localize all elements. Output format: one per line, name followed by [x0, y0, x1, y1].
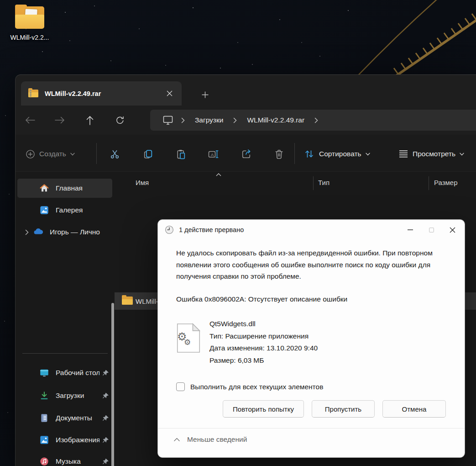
breadcrumb-chevron-icon	[174, 117, 192, 123]
retry-button[interactable]: Повторить попытку	[223, 400, 304, 418]
sidebar-item-onedrive[interactable]: Игорь — Лично	[17, 222, 112, 242]
file-name: Qt5Widgets.dll	[209, 318, 318, 330]
column-divider[interactable]	[313, 176, 314, 190]
dialog-title: 1 действие прервано	[179, 226, 244, 233]
apply-to-all-label: Выполнить для всех текущих элементов	[190, 383, 323, 391]
music-icon	[39, 456, 50, 466]
column-header-type[interactable]: Тип	[318, 179, 330, 186]
sidebar-item-label: Документы	[56, 414, 99, 422]
apply-to-all-row[interactable]: Выполнить для всех текущих элементов	[176, 382, 323, 391]
navigation-bar: Загрузки WLMill-v2.2.49.rar	[16, 106, 476, 135]
dll-file-icon: ⚙ ⚙	[176, 323, 201, 353]
sort-ascending-icon	[216, 173, 221, 176]
dialog-message: Не удалось скопировать файл из-за непред…	[176, 247, 448, 282]
sidebar-item-gallery[interactable]: Галерея	[17, 201, 112, 220]
breadcrumb-archive[interactable]: WLMill-v2.2.49.rar	[244, 116, 307, 124]
gallery-icon	[39, 205, 50, 216]
chevron-up-icon	[174, 438, 180, 441]
clock-icon	[164, 225, 174, 235]
delete-button[interactable]	[270, 145, 288, 163]
command-bar: Создать	[16, 135, 476, 172]
explorer-tab[interactable]: WLMill-v2.2.49.rar	[21, 81, 182, 106]
cancel-button[interactable]: Отмена	[382, 400, 446, 418]
less-details-label: Меньше сведений	[187, 435, 247, 444]
chevron-right-icon[interactable]	[21, 229, 33, 235]
skip-button[interactable]: Пропустить	[312, 400, 375, 418]
file-modified-line: Дата изменения: 13.10.2020 9:40	[209, 342, 318, 355]
rename-button[interactable]: A	[204, 145, 222, 163]
chevron-down-icon	[366, 153, 370, 156]
view-button[interactable]: Просмотреть	[398, 145, 464, 163]
sidebar-divider	[22, 353, 108, 354]
home-icon	[39, 183, 50, 194]
file-size-line: Размер: 6,03 МБ	[209, 355, 318, 367]
sidebar-item-downloads[interactable]: Загрузки	[17, 386, 112, 405]
tab-strip: WLMill-v2.2.49.rar	[16, 75, 476, 106]
apply-to-all-checkbox[interactable]	[176, 382, 185, 391]
address-bar[interactable]: Загрузки WLMill-v2.2.49.rar	[150, 110, 476, 131]
sidebar-item-pictures[interactable]: Изображения	[17, 430, 112, 450]
breadcrumb-downloads[interactable]: Загрузки	[192, 116, 226, 124]
desktop-shortcut-label: WLMill-v2.2...	[3, 34, 57, 41]
minimize-button[interactable]	[400, 222, 421, 238]
sort-label: Сортировать	[319, 150, 361, 158]
forward-button[interactable]	[52, 112, 68, 128]
less-details-toggle[interactable]: Меньше сведений	[174, 435, 247, 444]
share-button[interactable]	[237, 145, 255, 163]
view-label: Просмотреть	[413, 150, 455, 158]
plus-circle-icon	[26, 149, 35, 159]
up-button[interactable]	[82, 112, 98, 128]
pin-icon	[99, 458, 111, 465]
toolbar-divider	[96, 143, 97, 164]
cut-button[interactable]	[105, 145, 124, 163]
close-button[interactable]	[442, 222, 463, 238]
svg-text:A: A	[211, 152, 214, 157]
gear-icon: ⚙	[184, 338, 191, 347]
pin-icon	[99, 415, 111, 422]
download-icon	[39, 390, 50, 401]
sidebar-item-label: Галерея	[56, 206, 112, 214]
desktop-folder-icon	[39, 367, 50, 378]
desktop-shortcut-wlmill[interactable]: WLMill-v2.2...	[3, 6, 57, 41]
view-lines-icon	[398, 149, 408, 159]
sort-button[interactable]: Сортировать	[303, 145, 370, 163]
interrupted-action-dialog: 1 действие прервано Не удалось скопирова…	[157, 219, 465, 458]
pin-icon	[99, 370, 111, 376]
folder-icon	[15, 6, 44, 30]
sidebar-item-label: Игорь — Лично	[50, 228, 112, 236]
sidebar-item-label: Изображения	[56, 436, 99, 444]
dialog-titlebar: 1 действие прервано	[158, 220, 465, 240]
column-header-name[interactable]: Имя	[136, 179, 149, 186]
paste-button[interactable]	[172, 145, 190, 163]
sidebar-item-label: Главная	[56, 184, 112, 192]
dialog-error-line: Ошибка 0x8096002A: Отсутствует описание …	[176, 295, 448, 303]
sidebar-item-documents[interactable]: Документы	[17, 408, 112, 428]
tab-close-button[interactable]	[162, 87, 176, 101]
new-tab-button[interactable]	[196, 87, 214, 102]
desktop: WLMill-v2.2... WLMill-v2.2.49.rar	[0, 0, 476, 466]
sidebar-item-music[interactable]: Музыка	[17, 452, 112, 466]
sidebar-scrollbar[interactable]	[111, 303, 114, 466]
refresh-button[interactable]	[112, 112, 128, 128]
pin-icon	[99, 437, 111, 444]
sidebar-item-label: Загрузки	[56, 392, 99, 400]
create-label: Создать	[39, 150, 66, 158]
create-new-button[interactable]: Создать	[26, 145, 75, 163]
sidebar-item-label: Рабочий стол	[56, 369, 99, 377]
onedrive-icon	[33, 227, 44, 238]
sidebar-item-home[interactable]: Главная	[17, 179, 112, 198]
folder-icon	[122, 297, 133, 306]
column-header-size[interactable]: Размер	[434, 179, 458, 186]
dialog-footer-divider	[158, 428, 465, 429]
chevron-down-icon	[460, 153, 464, 156]
column-divider[interactable]	[429, 176, 429, 190]
copy-button[interactable]	[139, 145, 157, 163]
sidebar-item-desktop[interactable]: Рабочий стол	[17, 363, 112, 382]
sidebar-item-label: Музыка	[56, 457, 99, 466]
this-pc-icon	[162, 115, 174, 126]
back-button[interactable]	[22, 112, 38, 128]
maximize-button[interactable]	[421, 222, 442, 238]
breadcrumb-chevron-icon	[226, 117, 244, 123]
column-header-row: Имя Тип Размер	[115, 172, 476, 193]
breadcrumb-chevron-icon	[307, 117, 325, 123]
